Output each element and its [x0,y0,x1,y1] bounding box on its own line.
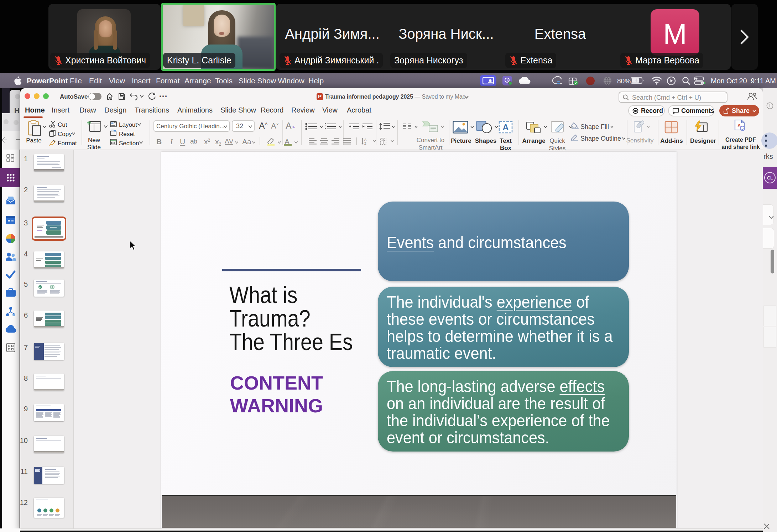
svg-text:Z: Z [364,142,366,145]
svg-text:A: A [364,138,366,141]
svg-text:A: A [502,122,509,132]
